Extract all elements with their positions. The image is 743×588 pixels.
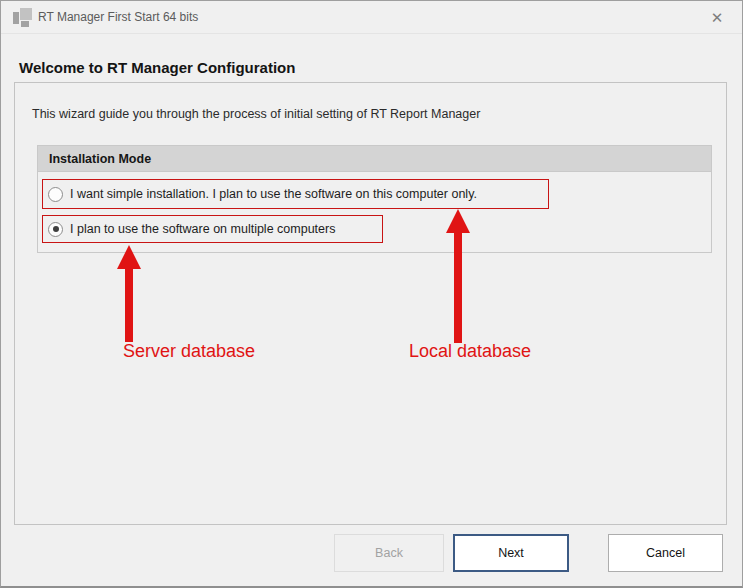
close-icon[interactable]: ✕ xyxy=(704,5,730,31)
local-database-arrow-icon xyxy=(446,209,470,343)
groupbox-title: Installation Mode xyxy=(38,146,711,172)
back-button[interactable]: Back xyxy=(334,534,444,572)
wizard-intro-text: This wizard guide you through the proces… xyxy=(32,107,480,121)
radio-option-label: I want simple installation. I plan to us… xyxy=(70,187,477,201)
radio-option-label: I plan to use the software on multiple c… xyxy=(70,222,335,236)
app-icon xyxy=(13,8,32,27)
annotation-box-server: I plan to use the software on multiple c… xyxy=(42,215,383,243)
server-database-arrow-icon xyxy=(117,245,141,342)
radio-option-multiple-computers[interactable]: I plan to use the software on multiple c… xyxy=(43,222,382,237)
radio-button-selected[interactable] xyxy=(48,222,63,237)
local-database-label: Local database xyxy=(409,341,531,362)
title-bar[interactable]: RT Manager First Start 64 bits ✕ xyxy=(1,1,742,34)
radio-button-unselected[interactable] xyxy=(48,187,63,202)
server-database-label: Server database xyxy=(123,341,255,362)
next-button[interactable]: Next xyxy=(453,534,569,572)
page-title: Welcome to RT Manager Configuration xyxy=(19,59,295,76)
radio-option-simple-installation[interactable]: I want simple installation. I plan to us… xyxy=(43,187,548,202)
dialog-window: RT Manager First Start 64 bits ✕ Welcome… xyxy=(0,0,743,588)
annotation-box-local: I want simple installation. I plan to us… xyxy=(42,179,549,209)
window-title: RT Manager First Start 64 bits xyxy=(38,10,198,24)
cancel-button[interactable]: Cancel xyxy=(608,534,723,572)
